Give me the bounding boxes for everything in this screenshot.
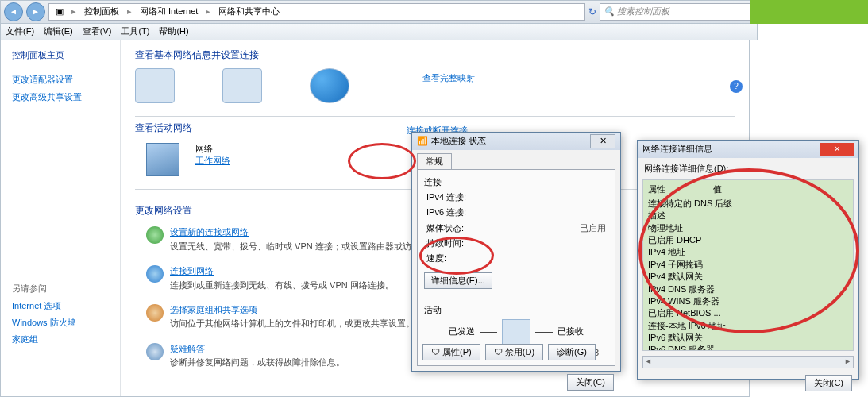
- homegroup-icon: [146, 304, 164, 322]
- troubleshoot-icon: [146, 343, 164, 360]
- link-connect-network[interactable]: 连接到网络: [170, 265, 394, 277]
- menu-bar: 文件(F) 编辑(E) 查看(V) 工具(T) 帮助(H): [0, 24, 758, 40]
- status-close-button[interactable]: 关闭(C): [567, 374, 614, 391]
- page-accent: [750, 0, 868, 24]
- internet-globe-icon: [310, 68, 349, 103]
- close-icon[interactable]: ✕: [820, 143, 854, 156]
- page-title: 查看基本网络信息并设置连接: [135, 48, 735, 62]
- details-button[interactable]: 详细信息(E)...: [424, 272, 492, 289]
- connection-status-dialog: 📶 本地连接 状态✕ 常规 连接 IPv4 连接: IPv6 连接: 媒体状态:…: [411, 132, 621, 372]
- network-device-icon: [222, 68, 262, 103]
- sidebar-seealso: 另请参阅: [1, 280, 120, 297]
- diagnose-button[interactable]: 诊断(G): [548, 344, 596, 360]
- breadcrumb-b[interactable]: 网络和 Internet: [137, 5, 201, 18]
- breadcrumb-a[interactable]: 控制面板: [81, 5, 122, 18]
- sidebar-item-firewall[interactable]: Windows 防火墙: [1, 314, 120, 331]
- refresh-icon[interactable]: ↻: [588, 6, 596, 19]
- sidebar-item-inetopt[interactable]: Internet 选项: [1, 298, 120, 314]
- nav-forward-button[interactable]: ►: [26, 2, 45, 21]
- network-name: 网络: [195, 144, 213, 153]
- sidebar-home[interactable]: 控制面板主页: [1, 47, 120, 64]
- search-input[interactable]: 🔍 搜索控制面板: [600, 3, 750, 21]
- breadcrumb-root-icon[interactable]: ▣: [52, 5, 67, 18]
- link-troubleshoot[interactable]: 疑难解答: [170, 343, 345, 355]
- close-icon[interactable]: ✕: [590, 134, 615, 148]
- breadcrumb[interactable]: ▣▸ 控制面板▸ 网络和 Internet▸ 网络和共享中心: [48, 3, 585, 21]
- details-label: 网络连接详细信息(D):: [638, 158, 858, 175]
- properties-button[interactable]: 🛡 属性(P): [422, 344, 480, 360]
- details-close-button[interactable]: 关闭(C): [805, 375, 852, 391]
- menu-file[interactable]: 文件(F): [6, 25, 34, 37]
- sidebar-item-homegroup[interactable]: 家庭组: [1, 331, 120, 348]
- network-type-link[interactable]: 工作网络: [195, 156, 230, 165]
- pc-icon: [135, 68, 175, 103]
- horizontal-scrollbar[interactable]: [642, 356, 854, 368]
- sidebar-item-adapter[interactable]: 更改适配器设置: [1, 71, 120, 88]
- sidebar-item-advshare[interactable]: 更改高级共享设置: [1, 89, 120, 106]
- link-setup-connection[interactable]: 设置新的连接或网络: [170, 226, 438, 238]
- address-bar: ◄ ► ▣▸ 控制面板▸ 网络和 Internet▸ 网络和共享中心 ↻ 🔍 搜…: [0, 0, 754, 24]
- menu-tools[interactable]: 工具(T): [121, 25, 149, 37]
- link-fullmap[interactable]: 查看完整映射: [422, 72, 475, 84]
- dialog-titlebar[interactable]: 📶 本地连接 状态✕: [412, 133, 620, 150]
- menu-edit[interactable]: 编辑(E): [44, 25, 73, 37]
- details-list: 属性值 连接特定的 DNS 后缀 描述 物理地址 已启用 DHCP IPv4 地…: [642, 179, 854, 351]
- sidebar: 控制面板主页 更改适配器设置 更改高级共享设置 另请参阅 Internet 选项…: [1, 40, 121, 396]
- disable-button[interactable]: 🛡 禁用(D): [485, 344, 543, 360]
- nav-back-button[interactable]: ◄: [4, 2, 23, 21]
- setup-icon: [146, 226, 164, 244]
- help-icon[interactable]: ?: [730, 80, 743, 93]
- menu-help[interactable]: 帮助(H): [159, 25, 188, 37]
- tab-general[interactable]: 常规: [417, 153, 452, 169]
- connection-details-dialog: 网络连接详细信息✕ 网络连接详细信息(D): 属性值 连接特定的 DNS 后缀 …: [637, 140, 859, 380]
- section-connection: 连接: [424, 176, 608, 188]
- section-activity: 活动: [424, 304, 608, 316]
- link-homegroup-share[interactable]: 选择家庭组和共享选项: [170, 304, 415, 316]
- dialog-titlebar[interactable]: 网络连接详细信息✕: [638, 141, 858, 158]
- network-icon: [146, 143, 179, 176]
- activity-pc-icon: [502, 319, 530, 345]
- breadcrumb-c[interactable]: 网络和共享中心: [215, 5, 283, 18]
- menu-view[interactable]: 查看(V): [83, 25, 112, 37]
- connect-icon: [146, 265, 164, 283]
